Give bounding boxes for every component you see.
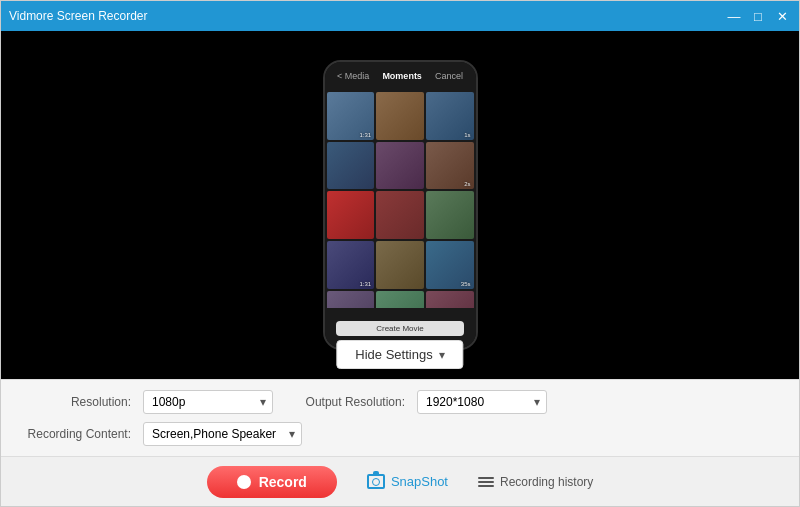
resolution-select-wrapper: 720p 1080p 1440p 4K — [143, 390, 273, 414]
close-button[interactable]: ✕ — [773, 7, 791, 25]
list-item[interactable]: 1:31 — [327, 241, 375, 289]
history-label: Recording history — [500, 475, 593, 489]
snapshot-label: SnapShot — [391, 474, 448, 489]
settings-panel: Resolution: 720p 1080p 1440p 4K Output R… — [1, 379, 799, 456]
list-item[interactable] — [426, 291, 474, 308]
snapshot-button[interactable]: SnapShot — [367, 474, 448, 489]
list-item[interactable] — [376, 92, 424, 140]
output-resolution-select[interactable]: 1280*720 1920*1080 2560*1440 — [417, 390, 547, 414]
phone-back-btn[interactable]: < Media — [337, 71, 369, 81]
hide-settings-wrap: Hide Settings ▾ — [336, 340, 463, 369]
camera-icon — [367, 474, 385, 489]
list-item[interactable] — [327, 291, 375, 308]
minimize-button[interactable]: — — [725, 7, 743, 25]
chevron-down-icon: ▾ — [439, 348, 445, 362]
titlebar: Vidmore Screen Recorder — □ ✕ — [1, 1, 799, 31]
create-movie-button[interactable]: Create Movie — [336, 321, 465, 336]
resolution-select[interactable]: 720p 1080p 1440p 4K — [143, 390, 273, 414]
list-item[interactable] — [327, 191, 375, 239]
list-item[interactable]: 2s — [426, 142, 474, 190]
record-icon — [237, 475, 251, 489]
phone-mockup: < Media Moments Cancel 1:31 1s 2s 1:31 — [323, 60, 478, 350]
hide-settings-button[interactable]: Hide Settings ▾ — [336, 340, 463, 369]
bottom-toolbar: Record SnapShot Recording history — [1, 456, 799, 506]
menu-icon — [478, 477, 494, 487]
hide-settings-label: Hide Settings — [355, 347, 432, 362]
recording-content-select[interactable]: Screen,Phone Speaker Screen Only Screen,… — [143, 422, 302, 446]
list-item[interactable] — [376, 241, 424, 289]
recording-content-row: Recording Content: Screen,Phone Speaker … — [21, 422, 779, 446]
output-select-wrapper: 1280*720 1920*1080 2560*1440 — [417, 390, 547, 414]
record-button[interactable]: Record — [207, 466, 337, 498]
list-item[interactable] — [426, 191, 474, 239]
menu-line-2 — [478, 481, 494, 483]
recording-content-label: Recording Content: — [21, 427, 131, 441]
list-item[interactable] — [376, 142, 424, 190]
phone-cancel-btn[interactable]: Cancel — [435, 71, 463, 81]
list-item[interactable]: 1:31 — [327, 92, 375, 140]
resolution-row: Resolution: 720p 1080p 1440p 4K Output R… — [21, 390, 779, 414]
list-item[interactable]: 35s — [426, 241, 474, 289]
record-label: Record — [259, 474, 307, 490]
app-title: Vidmore Screen Recorder — [9, 9, 148, 23]
recording-area: < Media Moments Cancel 1:31 1s 2s 1:31 — [1, 31, 799, 379]
maximize-button[interactable]: □ — [749, 7, 767, 25]
menu-line-3 — [478, 485, 494, 487]
resolution-label: Resolution: — [21, 395, 131, 409]
camera-lens-icon — [372, 478, 380, 486]
phone-content: 1:31 1s 2s 1:31 35s — [325, 90, 476, 308]
phone-header: < Media Moments Cancel — [325, 62, 476, 90]
app-window: Vidmore Screen Recorder — □ ✕ < Media Mo… — [0, 0, 800, 507]
output-resolution-label: Output Resolution: — [305, 395, 405, 409]
list-item[interactable] — [376, 191, 424, 239]
list-item[interactable] — [376, 291, 424, 308]
list-item[interactable] — [327, 142, 375, 190]
history-button[interactable]: Recording history — [478, 475, 593, 489]
thumbnail-grid: 1:31 1s 2s 1:31 35s — [325, 90, 476, 308]
list-item[interactable]: 1s — [426, 92, 474, 140]
phone-title: Moments — [382, 71, 422, 81]
window-controls: — □ ✕ — [725, 7, 791, 25]
content-select-wrapper: Screen,Phone Speaker Screen Only Screen,… — [143, 422, 302, 446]
menu-line-1 — [478, 477, 494, 479]
